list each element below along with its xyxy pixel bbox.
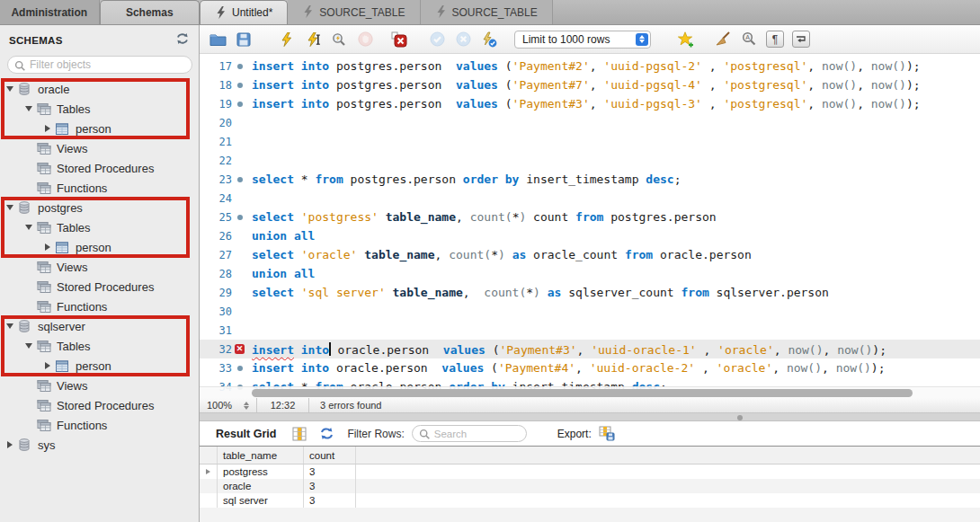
sidebar-item-person[interactable]: person xyxy=(0,237,199,257)
sql-editor[interactable]: 17insert into postgres.person values ('P… xyxy=(200,54,980,398)
sidebar-item-stored-procedures[interactable]: Stored Procedures xyxy=(0,277,199,296)
explain-icon[interactable] xyxy=(330,31,348,49)
tree-item-label: sqlserver xyxy=(38,320,85,333)
tree-item-label: Tables xyxy=(57,340,91,353)
sidebar-item-functions[interactable]: Functions xyxy=(0,415,199,435)
sidebar-item-postgres[interactable]: postgres xyxy=(0,198,199,217)
editor-line-17[interactable]: 17insert into postgres.person values ('P… xyxy=(200,57,980,75)
find-icon[interactable]: A xyxy=(740,31,758,49)
editor-line-24[interactable]: 24 xyxy=(200,189,980,208)
status-message: 3 errors found xyxy=(309,398,388,412)
sidebar-item-sqlserver[interactable]: sqlserver xyxy=(0,316,199,336)
editor-line-28[interactable]: 28union all xyxy=(200,264,980,283)
sidebar-item-tables[interactable]: Tables xyxy=(0,217,199,237)
cell-table-name[interactable]: oracle xyxy=(218,479,304,493)
execute-current-icon[interactable] xyxy=(304,31,322,49)
chevron-down-icon[interactable] xyxy=(5,86,14,92)
editor-line-22[interactable]: 22 xyxy=(200,151,980,170)
result-grid-icon[interactable] xyxy=(292,427,307,441)
open-file-icon[interactable] xyxy=(209,31,227,49)
sidebar-item-functions[interactable]: Functions xyxy=(0,178,199,198)
editor-line-33[interactable]: 33insert into oracle.person values ('Pay… xyxy=(200,358,980,377)
chevron-down-icon[interactable] xyxy=(5,323,14,329)
horizontal-scrollbar-thumb[interactable] xyxy=(252,389,913,397)
editor-tab-2[interactable]: SOURCE_TABLE xyxy=(421,0,553,24)
save-icon[interactable] xyxy=(235,31,253,49)
zoom-stepper-icon[interactable] xyxy=(244,402,249,410)
filter-objects-input[interactable] xyxy=(7,56,192,74)
editor-tab-0[interactable]: Untitled* xyxy=(200,0,288,24)
wrap-text-icon[interactable] xyxy=(792,31,810,49)
cell-table-name[interactable]: sql server xyxy=(218,493,304,508)
editor-line-31[interactable]: 31 xyxy=(200,321,980,340)
sidebar-item-tables[interactable]: Tables xyxy=(0,99,199,119)
sidebar-item-sys[interactable]: sys xyxy=(0,435,199,455)
chevron-down-icon[interactable] xyxy=(24,343,33,349)
search-icon xyxy=(419,429,431,443)
editor-line-29[interactable]: 29select 'sql server' table_name, count(… xyxy=(200,283,980,302)
chevron-right-icon[interactable] xyxy=(5,441,14,448)
chevron-right-icon[interactable] xyxy=(43,243,52,251)
sidebar-item-views[interactable]: Views xyxy=(0,376,199,395)
sidebar-tab-schemas[interactable]: Schemas xyxy=(100,0,200,24)
row-selector[interactable] xyxy=(200,479,218,493)
editor-line-30[interactable]: 30 xyxy=(200,302,980,321)
row-selector-arrow-icon[interactable] xyxy=(200,464,218,479)
sidebar-item-person[interactable]: person xyxy=(0,119,199,138)
sidebar-item-stored-procedures[interactable]: Stored Procedures xyxy=(0,158,199,178)
cell-table-name[interactable]: postgress xyxy=(218,464,304,479)
table-row[interactable]: sql server3 xyxy=(200,493,980,508)
autocommit-icon[interactable] xyxy=(480,31,498,49)
beautify-icon[interactable] xyxy=(714,31,732,49)
result-search-box xyxy=(412,425,527,442)
toolbar-group xyxy=(209,31,253,49)
sidebar-item-person[interactable]: person xyxy=(0,356,199,376)
editor-line-25[interactable]: 25select 'postgress' table_name, count(*… xyxy=(200,208,980,226)
sidebar-item-tables[interactable]: Tables xyxy=(0,336,199,356)
editor-line-23[interactable]: 23select * from postgres.person order by… xyxy=(200,170,980,189)
editor-line-20[interactable]: 20 xyxy=(200,113,980,132)
editor-line-21[interactable]: 21 xyxy=(200,132,980,151)
row-selector[interactable] xyxy=(200,493,218,508)
editor-line-19[interactable]: 19insert into postgres.person values ('P… xyxy=(200,94,980,113)
schema-icon xyxy=(17,200,33,215)
editor-tab-label: SOURCE_TABLE xyxy=(452,6,538,19)
sidebar-item-functions[interactable]: Functions xyxy=(0,296,199,316)
chevron-down-icon[interactable] xyxy=(5,205,14,210)
line-number: 27 xyxy=(200,249,232,261)
chevron-down-icon[interactable] xyxy=(24,225,33,230)
sidebar-item-oracle[interactable]: oracle xyxy=(0,79,199,99)
sidebar-tab-administration[interactable]: Administration xyxy=(0,0,100,24)
cell-count[interactable]: 3 xyxy=(304,493,356,508)
chevron-right-icon[interactable] xyxy=(43,125,52,132)
toggle-stop-on-error-icon[interactable] xyxy=(390,31,408,49)
table-row[interactable]: oracle3 xyxy=(200,479,980,493)
grid-column-header-count[interactable]: count xyxy=(304,447,356,464)
panel-splitter[interactable] xyxy=(200,413,980,421)
cell-count[interactable]: 3 xyxy=(304,479,356,493)
cell-count[interactable]: 3 xyxy=(304,464,356,479)
procedures-icon xyxy=(36,161,52,175)
sidebar-item-views[interactable]: Views xyxy=(0,257,199,277)
chevron-right-icon[interactable] xyxy=(43,362,52,369)
save-snippet-icon[interactable] xyxy=(676,31,694,49)
editor-line-26[interactable]: 26union all xyxy=(200,226,980,245)
editor-line-32[interactable]: 32✕insert into oracle.person values ('Pa… xyxy=(200,340,980,358)
editor-line-18[interactable]: 18insert into postgres.person values ('P… xyxy=(200,75,980,94)
zoom-control[interactable]: 100% xyxy=(200,398,257,412)
limit-rows-dropdown[interactable]: Limit to 1000 rows xyxy=(514,31,651,49)
chevron-down-icon[interactable] xyxy=(24,106,33,111)
dropdown-stepper-icon xyxy=(636,33,648,46)
execute-icon[interactable] xyxy=(278,31,296,49)
result-grid-title: Result Grid xyxy=(216,428,276,440)
refresh-schemas-icon[interactable] xyxy=(175,32,190,49)
editor-tab-1[interactable]: SOURCE_TABLE xyxy=(288,0,420,24)
grid-column-header-table_name[interactable]: table_name xyxy=(218,447,304,464)
export-icon[interactable] xyxy=(599,426,615,441)
invisibles-icon[interactable]: ¶ xyxy=(766,31,784,49)
sidebar-item-views[interactable]: Views xyxy=(0,138,199,158)
table-row[interactable]: postgress3 xyxy=(200,464,980,479)
refresh-grid-icon[interactable] xyxy=(319,427,334,440)
editor-line-27[interactable]: 27select 'oracle' table_name, count(*) a… xyxy=(200,245,980,264)
sidebar-item-stored-procedures[interactable]: Stored Procedures xyxy=(0,395,199,415)
